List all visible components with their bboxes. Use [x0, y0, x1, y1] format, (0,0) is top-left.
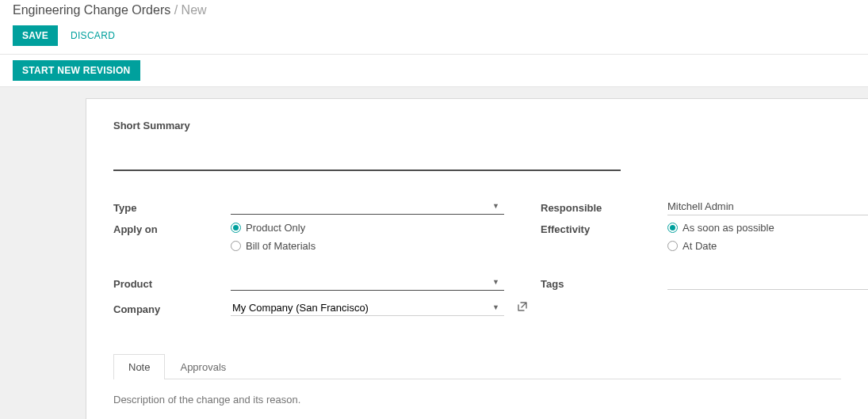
type-select[interactable]: [231, 199, 504, 215]
effectivity-label: Effectivity: [541, 222, 667, 235]
breadcrumb: Engineering Change Orders / New: [13, 3, 855, 17]
effectivity-asap-option[interactable]: As soon as possible: [667, 222, 868, 234]
company-label: Company: [113, 302, 231, 315]
effectivity-at-date-text: At Date: [683, 240, 717, 252]
right-column: Responsible Mitchell Admin Effectivity A…: [533, 196, 868, 323]
effectivity-asap-radio[interactable]: [667, 223, 678, 233]
form-sheet: Short Summary Type ▼ Apply on: [86, 98, 868, 419]
apply-on-bom-radio[interactable]: [231, 241, 241, 251]
short-summary-label: Short Summary: [113, 120, 841, 131]
breadcrumb-current: New: [182, 3, 207, 17]
tab-bar: Note Approvals: [113, 353, 841, 379]
apply-on-product-only-option[interactable]: Product Only: [231, 222, 504, 234]
content-area: Short Summary Type ▼ Apply on: [0, 87, 868, 419]
type-label: Type: [113, 200, 231, 214]
apply-on-bom-option[interactable]: Bill of Materials: [231, 240, 504, 252]
apply-on-label: Apply on: [113, 222, 231, 235]
external-link-icon[interactable]: [518, 302, 527, 311]
tab-note[interactable]: Note: [113, 354, 165, 379]
tab-approvals[interactable]: Approvals: [165, 354, 241, 379]
company-select[interactable]: [231, 300, 504, 316]
tags-field[interactable]: [667, 276, 868, 290]
breadcrumb-sep: /: [174, 3, 178, 17]
effectivity-at-date-radio[interactable]: [667, 241, 678, 251]
responsible-field[interactable]: Mitchell Admin: [667, 198, 868, 215]
note-textarea[interactable]: [113, 379, 841, 419]
apply-on-product-only-radio[interactable]: [231, 223, 241, 233]
header-region: Engineering Change Orders / New SAVE DIS…: [0, 0, 868, 54]
discard-button[interactable]: DISCARD: [64, 25, 121, 46]
left-column: Type ▼ Apply on Product Only: [113, 196, 504, 323]
apply-on-product-only-text: Product Only: [246, 222, 305, 234]
product-label: Product: [113, 276, 231, 290]
short-summary-input[interactable]: [113, 143, 621, 171]
effectivity-at-date-option[interactable]: At Date: [667, 240, 868, 252]
status-bar: START NEW REVISION: [0, 54, 868, 87]
apply-on-bom-text: Bill of Materials: [246, 240, 315, 252]
breadcrumb-root[interactable]: Engineering Change Orders: [13, 3, 170, 17]
save-button[interactable]: SAVE: [13, 25, 58, 46]
effectivity-asap-text: As soon as possible: [683, 222, 774, 234]
tags-label: Tags: [541, 276, 667, 290]
product-select[interactable]: [231, 275, 504, 291]
responsible-label: Responsible: [541, 200, 667, 214]
start-new-revision-button[interactable]: START NEW REVISION: [13, 60, 140, 81]
